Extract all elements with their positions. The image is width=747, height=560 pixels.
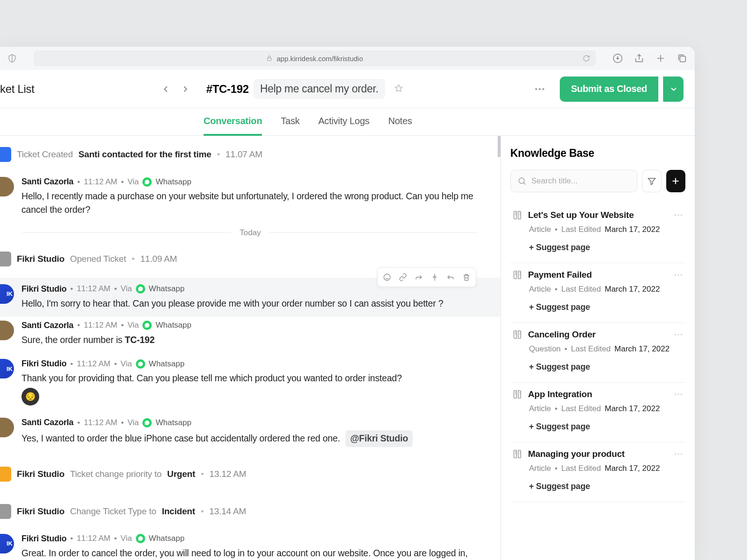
download-icon[interactable]	[613, 53, 623, 63]
svg-point-14	[675, 334, 676, 335]
svg-point-6	[384, 274, 390, 280]
svg-point-19	[681, 393, 682, 395]
search-box[interactable]	[510, 170, 637, 192]
browser-chrome-bar: app.kirridesk.com/fikristudio	[0, 47, 695, 70]
next-icon[interactable]	[180, 84, 190, 94]
system-badge-icon	[0, 252, 11, 266]
lock-icon	[266, 55, 273, 62]
kb-item-meta: Article•Last EditedMarch 17, 2022	[529, 225, 684, 234]
avatar: IK	[0, 284, 14, 304]
kb-item[interactable]: App Integration Article•Last EditedMarch…	[510, 383, 685, 442]
kb-item-meta: Article•Last EditedMarch 17, 2022	[529, 464, 684, 473]
kb-suggest-button[interactable]: + Suggest page	[529, 422, 684, 432]
date-divider: Today	[0, 225, 500, 240]
emoji-icon[interactable]	[380, 270, 395, 285]
tabs: Conversation Task Activity Logs Notes	[0, 108, 695, 136]
browser-window: app.kirridesk.com/fikristudio ket List #…	[0, 47, 695, 560]
kb-item-title: Payment Failed	[528, 270, 668, 280]
avatar: IK	[0, 359, 14, 378]
more-icon[interactable]	[673, 270, 684, 280]
message-item: Santi Cazorla • 11:12 AM • Via Whatsapp …	[0, 173, 500, 225]
ticket-title[interactable]: Help me cancel my order.	[254, 79, 385, 99]
kb-suggest-button[interactable]: + Suggest page	[529, 482, 684, 491]
submit-closed-button[interactable]: Submit as Closed	[560, 77, 658, 102]
svg-point-18	[677, 393, 679, 395]
tab-notes[interactable]: Notes	[388, 108, 412, 135]
reply-icon[interactable]	[443, 270, 458, 285]
svg-point-7	[519, 178, 524, 183]
link-icon[interactable]	[395, 270, 410, 285]
whatsapp-icon	[136, 284, 145, 294]
filter-button[interactable]	[642, 170, 662, 192]
more-icon[interactable]	[673, 389, 684, 399]
plus-icon[interactable]	[655, 53, 666, 63]
system-type-change: Fikri Studio Change Ticket Type to Incid…	[0, 493, 500, 530]
mention[interactable]: @Fikri Studio	[345, 430, 413, 447]
knowledge-base-panel: Knowledge Base Let's Set up Your Website	[501, 136, 695, 560]
tab-conversation[interactable]: Conversation	[204, 108, 262, 136]
refresh-icon[interactable]	[583, 55, 590, 62]
tab-activity-logs[interactable]: Activity Logs	[318, 108, 370, 135]
message-item: Santi Cazorla •11:12 AM•ViaWhatsapp Sure…	[0, 317, 500, 355]
article-icon	[512, 270, 522, 280]
ticket-id: #TC-192	[206, 83, 249, 96]
kb-item[interactable]: Let's Set up Your Website Article•Last E…	[510, 203, 685, 263]
delete-icon[interactable]	[459, 270, 474, 285]
more-icon[interactable]	[673, 210, 684, 220]
avatar	[0, 321, 14, 340]
chevron-down-icon	[669, 84, 678, 94]
plus-icon	[670, 176, 681, 186]
svg-rect-2	[680, 56, 685, 62]
more-icon[interactable]	[673, 329, 684, 340]
whatsapp-icon	[142, 177, 152, 187]
more-icon[interactable]	[673, 449, 684, 459]
tabs-icon[interactable]	[677, 53, 687, 63]
article-icon	[512, 449, 522, 459]
kb-item[interactable]: Canceling Order Question•Last EditedMarc…	[510, 323, 685, 383]
kb-item-title: Canceling Order	[528, 329, 668, 340]
search-input[interactable]	[531, 176, 630, 186]
kb-suggest-button[interactable]: + Suggest page	[529, 302, 684, 312]
url-bar[interactable]: app.kirridesk.com/fikristudio	[34, 50, 596, 66]
article-icon	[512, 329, 522, 340]
browser-top-icons	[613, 53, 687, 63]
message-item: IK Fikri Studio •11:12 AM•ViaWhatsapp Th…	[0, 355, 500, 414]
submit-dropdown-button[interactable]	[663, 77, 684, 102]
svg-point-13	[681, 274, 682, 275]
share-icon[interactable]	[634, 53, 644, 63]
forward-icon[interactable]	[411, 270, 426, 285]
system-ticket-created: Ticket Created Santi contacted for the f…	[0, 136, 500, 173]
reaction-badge[interactable]: 😔	[21, 388, 39, 406]
avatar: IK	[0, 534, 14, 553]
whatsapp-icon	[136, 359, 145, 369]
add-button[interactable]	[666, 170, 685, 192]
svg-point-5	[542, 88, 544, 90]
breadcrumb[interactable]: ket List	[0, 83, 156, 96]
svg-point-8	[675, 214, 676, 216]
kb-item-meta: Question•Last EditedMarch 17, 2022	[529, 344, 684, 354]
system-badge-icon	[0, 147, 11, 162]
pin-small-icon[interactable]	[427, 270, 442, 285]
conversation-panel: Ticket Created Santi contacted for the f…	[0, 136, 501, 560]
url-text: app.kirridesk.com/fikristudio	[276, 55, 363, 63]
article-icon	[512, 210, 522, 220]
tab-task[interactable]: Task	[281, 108, 299, 135]
message-item: IK Fikri Studio •11:12 AM• Via Whatsapp …	[0, 278, 500, 317]
kb-suggest-button[interactable]: + Suggest page	[529, 362, 684, 372]
whatsapp-icon	[136, 534, 145, 543]
search-icon	[517, 176, 527, 186]
svg-point-3	[535, 88, 537, 90]
kb-item[interactable]: Managing your product Article•Last Edite…	[510, 442, 685, 502]
prev-icon[interactable]	[161, 84, 171, 94]
kb-item-title: Let's Set up Your Website	[528, 210, 668, 220]
kb-suggest-button[interactable]: + Suggest page	[529, 243, 684, 252]
svg-point-10	[681, 214, 682, 216]
scrollbar-thumb[interactable]	[498, 136, 500, 157]
kb-item[interactable]: Payment Failed Article•Last EditedMarch …	[510, 263, 685, 323]
svg-point-20	[675, 453, 676, 455]
svg-point-4	[539, 88, 541, 90]
pin-icon[interactable]	[394, 84, 404, 94]
more-icon[interactable]	[534, 83, 546, 95]
svg-point-12	[677, 274, 679, 275]
message-item: Santi Cazorla •11:12 AM•ViaWhatsapp Yes,…	[0, 414, 500, 455]
